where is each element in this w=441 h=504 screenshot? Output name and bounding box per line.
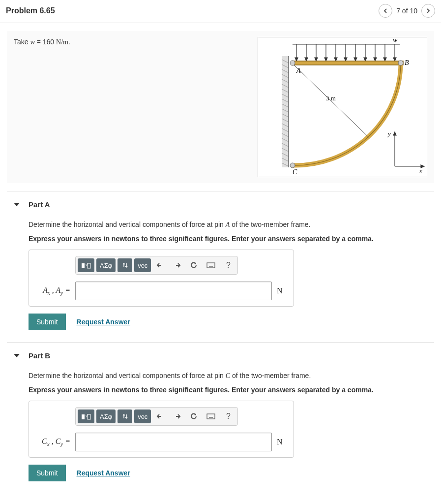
lhs-b: Cx , Cy = xyxy=(35,437,70,447)
svg-text:C: C xyxy=(293,168,297,176)
reset-icon xyxy=(190,412,198,420)
updown-icon xyxy=(121,413,128,420)
svg-text:x: x xyxy=(419,167,422,175)
svg-marker-34 xyxy=(334,58,337,61)
toolbar-b: √ ΑΣφ vec xyxy=(75,407,238,426)
part-b-instruction: Determine the horizontal and vertical co… xyxy=(29,372,434,380)
keyboard-button[interactable] xyxy=(203,258,219,272)
subscript-button[interactable] xyxy=(118,410,132,423)
vec-button[interactable]: vec xyxy=(134,258,151,272)
lhs-a: Ax , Ay = xyxy=(35,286,70,296)
svg-marker-40 xyxy=(364,58,367,61)
request-answer-b[interactable]: Request Answer xyxy=(77,469,130,477)
vec-button[interactable]: vec xyxy=(134,410,151,423)
templates-button[interactable]: √ xyxy=(78,258,94,272)
stmt-eq: = 160 xyxy=(35,38,56,46)
template-icon: √ xyxy=(81,261,91,269)
nav-controls: 7 of 10 xyxy=(379,4,435,18)
svg-marker-38 xyxy=(354,58,357,61)
request-answer-a[interactable]: Request Answer xyxy=(77,318,130,326)
svg-marker-60 xyxy=(393,132,396,135)
template-icon: √ xyxy=(81,412,91,420)
svg-marker-32 xyxy=(324,58,327,61)
stmt-unit: N/m xyxy=(56,38,68,46)
reset-button[interactable] xyxy=(186,258,201,272)
help-button[interactable]: ? xyxy=(221,258,235,272)
svg-text:y: y xyxy=(387,130,391,137)
svg-rect-73 xyxy=(82,414,85,419)
svg-rect-77 xyxy=(207,414,215,419)
svg-marker-44 xyxy=(383,58,386,61)
svg-text:w: w xyxy=(393,37,398,44)
unit-a: N xyxy=(277,286,283,295)
caret-down-icon xyxy=(14,203,20,206)
position-label: 7 of 10 xyxy=(396,7,417,15)
problem-title: Problem 6.65 xyxy=(6,6,55,15)
greek-button[interactable]: ΑΣφ xyxy=(96,258,116,272)
answer-wrap-a: √ ΑΣφ vec xyxy=(29,250,294,307)
svg-rect-63 xyxy=(82,263,85,268)
submit-button-b[interactable]: Submit xyxy=(29,465,66,481)
keyboard-icon xyxy=(206,413,215,419)
svg-point-51 xyxy=(290,163,295,168)
redo-icon xyxy=(173,413,181,420)
frame-diagram: w A B C 3 m xyxy=(258,37,428,178)
answer-input-a[interactable] xyxy=(75,282,272,300)
part-a-format: Express your answers in newtons to three… xyxy=(29,235,434,243)
svg-marker-46 xyxy=(393,58,396,61)
caret-down-icon xyxy=(14,354,20,357)
templates-button[interactable]: √ xyxy=(78,410,94,423)
chevron-left-icon xyxy=(383,8,388,13)
part-b: Part B Determine the horizontal and vert… xyxy=(7,342,434,493)
unit-b: N xyxy=(277,438,283,446)
reset-button[interactable] xyxy=(186,410,201,423)
undo-icon xyxy=(156,262,164,269)
header: Problem 6.65 7 of 10 xyxy=(0,0,441,23)
problem-statement-panel: Take w = 160 N/m. xyxy=(7,31,434,183)
redo-button[interactable] xyxy=(170,410,184,423)
part-a: Part A Determine the horizontal and vert… xyxy=(7,191,434,342)
svg-rect-67 xyxy=(207,263,215,268)
svg-marker-28 xyxy=(305,58,308,61)
part-b-title: Part B xyxy=(29,351,50,360)
part-b-format: Express your answers in newtons to three… xyxy=(29,386,434,394)
chevron-right-icon xyxy=(426,8,431,13)
figure: w A B C 3 m xyxy=(258,37,427,177)
greek-button[interactable]: ΑΣφ xyxy=(96,410,116,423)
svg-marker-30 xyxy=(315,58,318,61)
next-button[interactable] xyxy=(421,4,435,18)
svg-point-49 xyxy=(290,61,295,65)
help-button[interactable]: ? xyxy=(221,410,235,423)
updown-icon xyxy=(121,262,128,269)
redo-button[interactable] xyxy=(170,258,184,272)
part-a-header[interactable]: Part A xyxy=(7,191,434,218)
submit-button-a[interactable]: Submit xyxy=(29,314,66,330)
reset-icon xyxy=(190,261,198,269)
answer-input-b[interactable] xyxy=(75,433,272,451)
toolbar-a: √ ΑΣφ vec xyxy=(75,256,238,275)
svg-text:3 m: 3 m xyxy=(326,94,336,102)
undo-button[interactable] xyxy=(153,258,168,272)
undo-icon xyxy=(156,413,164,420)
redo-icon xyxy=(173,262,181,269)
problem-statement: Take w = 160 N/m. xyxy=(14,37,252,177)
svg-marker-42 xyxy=(374,58,377,61)
stmt-prefix: Take xyxy=(14,38,30,46)
part-b-header[interactable]: Part B xyxy=(7,343,434,369)
undo-button[interactable] xyxy=(153,410,168,423)
prev-button[interactable] xyxy=(379,4,392,18)
subscript-button[interactable] xyxy=(118,258,132,272)
part-a-instruction: Determine the horizontal and vertical co… xyxy=(29,220,434,229)
svg-marker-26 xyxy=(295,58,298,61)
svg-point-50 xyxy=(398,61,403,65)
keyboard-icon xyxy=(206,262,215,268)
svg-marker-36 xyxy=(344,58,347,61)
answer-wrap-b: √ ΑΣφ vec xyxy=(29,401,294,458)
keyboard-button[interactable] xyxy=(203,410,219,423)
stmt-var: w xyxy=(30,38,34,46)
part-a-title: Part A xyxy=(29,200,50,209)
svg-rect-48 xyxy=(293,61,403,65)
svg-text:B: B xyxy=(405,59,409,66)
stmt-suffix: . xyxy=(68,38,70,46)
